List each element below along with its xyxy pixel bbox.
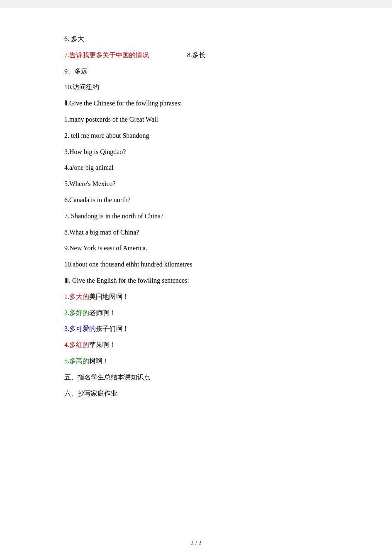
s3-item-5: 5.多高的树啊！ bbox=[64, 355, 328, 367]
s2-item-2-text: 2. tell me more about Shandong bbox=[64, 132, 149, 139]
s2-item-4-text: 4.a/one big animal bbox=[64, 164, 114, 171]
item-7-8: 7.告诉我更多关于中国的情况 8.多长 bbox=[64, 49, 328, 61]
s3-item-2-part1: 2.多好的 bbox=[64, 309, 89, 316]
s2-item-8: 8.What a big map of China? bbox=[64, 227, 328, 239]
s2-item-7: 7. Shandong is in the north of China? bbox=[64, 210, 328, 222]
s3-item-1: 1.多大的美国地图啊！ bbox=[64, 291, 328, 303]
s2-item-4: 4.a/one big animal bbox=[64, 162, 328, 174]
s2-item-7-part1: 7. Shandong is bbox=[64, 213, 105, 220]
s2-item-1: 1.many postcards of the Great Wall bbox=[64, 114, 328, 126]
s2-item-9-text: 9.New York is east of America. bbox=[64, 244, 147, 252]
section2-header-text: Ⅱ.Give the Chinese for the fowlling phra… bbox=[64, 100, 182, 107]
s3-item-1-part1: 1.多大的 bbox=[64, 293, 89, 300]
s3-item-4: 4.多红的苹果啊！ bbox=[64, 339, 328, 351]
s3-item-4-part1: 4.多红的 bbox=[64, 341, 89, 348]
s3-item-4-part2: 苹果啊！ bbox=[89, 341, 116, 348]
s3-item-3-part2: 孩子们啊！ bbox=[96, 325, 129, 332]
s3-item-5-part2: 树啊！ bbox=[89, 357, 109, 364]
item-9: 9、多远 bbox=[64, 66, 328, 78]
s3-item-3-part1: 3.多可爱的 bbox=[64, 325, 96, 332]
s3-item-3: 3.多可爱的孩子们啊！ bbox=[64, 323, 328, 335]
page: 6. 多大 7.告诉我更多关于中国的情况 8.多长 9、多远 10.访问纽约 Ⅱ… bbox=[0, 8, 392, 555]
s2-item-6-text: 6.Canada is in the north? bbox=[64, 196, 131, 203]
item-6: 6. 多大 bbox=[64, 33, 328, 45]
item-9-text: 9、多远 bbox=[64, 68, 88, 75]
s3-item-1-part2: 美国地图啊！ bbox=[89, 293, 129, 300]
s2-item-10: 10.about one thousand eihht hundred kilo… bbox=[64, 259, 328, 271]
s2-item-3-text: 3.How big is Qingdao? bbox=[64, 148, 126, 155]
page-number-text: 2 / 2 bbox=[190, 540, 202, 546]
section6: 六、抄写家庭作业 bbox=[64, 388, 328, 400]
s3-item-5-part1: 5.多高的 bbox=[64, 357, 89, 364]
item-8-text: 8.多长 bbox=[187, 51, 205, 59]
s2-item-10-text: 10.about one thousand eihht hundred kilo… bbox=[64, 261, 192, 268]
section2-header: Ⅱ.Give the Chinese for the fowlling phra… bbox=[64, 98, 328, 110]
s2-item-2: 2. tell me more about Shandong bbox=[64, 130, 328, 142]
s2-item-5-text: 5.Where's Mexico? bbox=[64, 180, 116, 187]
s2-item-3: 3.How big is Qingdao? bbox=[64, 146, 328, 158]
s2-item-1-text: 1.many postcards of the Great Wall bbox=[64, 116, 158, 123]
s3-item-2: 2.多好的老师啊！ bbox=[64, 307, 328, 319]
s2-item-7-part2: the north of China? bbox=[110, 213, 163, 220]
section3-header-text: Ⅲ. Give the English for the fowlling sen… bbox=[64, 277, 189, 284]
s3-item-2-part2: 老师啊！ bbox=[89, 309, 116, 316]
page-number: 2 / 2 bbox=[190, 540, 202, 547]
s2-item-5: 5.Where's Mexico? bbox=[64, 178, 328, 190]
s2-item-9: 9.New York is east of America. bbox=[64, 242, 328, 254]
section6-text: 六、抄写家庭作业 bbox=[64, 390, 117, 397]
item-10: 10.访问纽约 bbox=[64, 81, 328, 93]
item-6-text: 6. 多大 bbox=[64, 35, 84, 42]
section5: 五、指名学生总结本课知识点 bbox=[64, 372, 328, 384]
section3-header: Ⅲ. Give the English for the fowlling sen… bbox=[64, 275, 328, 287]
s2-item-7-in: in bbox=[105, 213, 110, 220]
item-7-text: 7.告诉我更多关于中国的情况 bbox=[64, 51, 149, 59]
section5-text: 五、指名学生总结本课知识点 bbox=[64, 374, 151, 381]
item-10-text: 10.访问纽约 bbox=[64, 83, 99, 90]
s2-item-8-text: 8.What a big map of China? bbox=[64, 229, 139, 236]
s2-item-6: 6.Canada is in the north? bbox=[64, 194, 328, 206]
